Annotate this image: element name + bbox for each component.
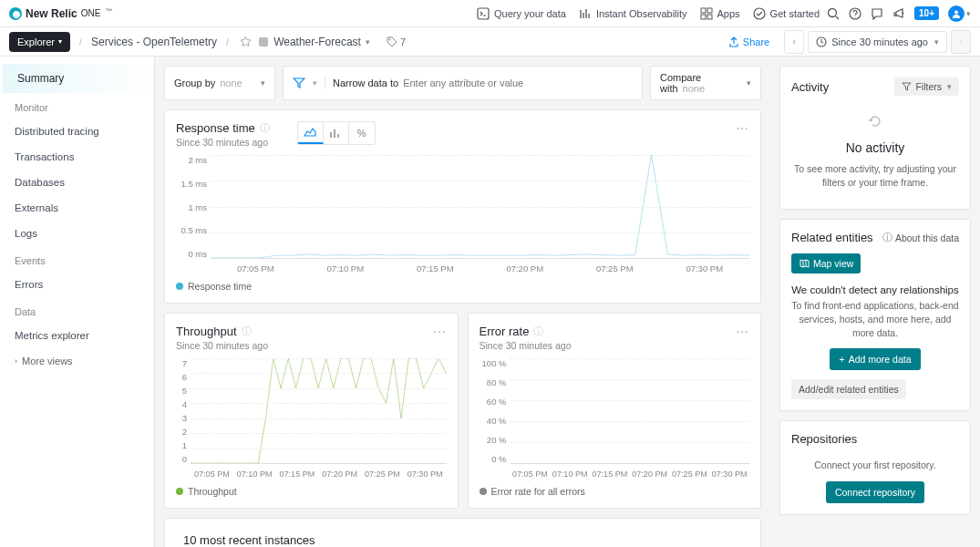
about-label: About this data (895, 232, 959, 243)
related-title: Related entities (791, 231, 873, 244)
chart-menu-icon[interactable]: ⋯ (433, 325, 447, 339)
star-icon[interactable] (240, 36, 252, 47)
sidebar-item-databases[interactable]: Databases (0, 170, 154, 195)
y-tick: 0 ms (176, 249, 207, 259)
activity-sub-text: To see more activity, try adjusting your… (791, 162, 959, 189)
brand-sub: ONE (81, 8, 101, 18)
query-icon (477, 7, 490, 20)
avatar-icon (948, 5, 965, 22)
tag-count-value: 7 (400, 36, 406, 47)
svg-rect-2 (707, 8, 712, 13)
bar-view-toggle[interactable] (324, 122, 349, 144)
group-by-select[interactable]: Group bynone ▾ (164, 66, 275, 100)
add-edit-entities-button[interactable]: Add/edit related entities (791, 379, 906, 399)
brand-name: New Relic (26, 7, 77, 20)
tag-count[interactable]: 7 (381, 35, 411, 49)
chevron-down-icon[interactable]: ▾ (313, 78, 317, 88)
chart-menu-icon[interactable]: ⋯ (736, 121, 749, 136)
sidebar-head-events: Events (0, 246, 154, 272)
search-icon[interactable] (827, 7, 840, 20)
share-button[interactable]: Share (728, 36, 769, 47)
more-views-toggle[interactable]: › More views (0, 348, 154, 374)
y-tick: 2 ms (176, 155, 207, 165)
related-sub-text: To find front-end applications, back-end… (791, 299, 959, 339)
breadcrumb-entity[interactable]: Weather-Forecast (273, 36, 361, 48)
breadcrumb-services[interactable]: Services - OpenTelemetry (91, 36, 217, 48)
time-picker-button[interactable]: Since 30 minutes ago ▾ (808, 31, 947, 53)
error-rate-chart[interactable]: 100 % 80 % 60 % 40 % 20 % 0 % 07:05 PM 0… (480, 358, 750, 477)
sidebar-item-metrics[interactable]: Metrics explorer (0, 323, 154, 348)
response-time-chart[interactable]: 2 ms 1.5 ms 1 ms 0.5 ms 0 ms 07:05 PM 07… (176, 155, 749, 272)
top-icons: 10+ ▾ (827, 5, 971, 22)
time-prev-button[interactable]: ‹ (784, 30, 804, 54)
info-icon[interactable]: ⓘ (260, 121, 270, 135)
newrelic-icon (9, 7, 22, 20)
no-activity-text: No activity (791, 140, 959, 155)
connect-repo-button[interactable]: Connect repository (826, 481, 924, 503)
throughput-chart[interactable]: 7 6 5 4 3 2 1 0 (176, 358, 447, 477)
sidebar-head-monitor: Monitor (0, 93, 154, 119)
chevron-down-icon: ▾ (934, 37, 939, 46)
info-icon[interactable]: ⓘ (242, 325, 252, 338)
chevron-down-icon: ▾ (261, 78, 265, 88)
user-menu[interactable]: ▾ (948, 5, 971, 22)
throughput-panel: Throughputⓘ Since 30 minutes ago ⋯ 7 6 5… (164, 313, 459, 509)
percent-view-toggle[interactable]: % (349, 122, 375, 144)
chevron-down-icon: ▾ (966, 9, 971, 18)
feedback-icon[interactable] (871, 7, 883, 20)
x-tick: 07:05 PM (237, 263, 274, 274)
apps-link[interactable]: Apps (700, 7, 740, 20)
y-tick: 6 (176, 372, 187, 382)
x-tick: 07:10 PM (237, 470, 273, 479)
y-tick: 40 % (480, 416, 507, 426)
query-label: Query your data (494, 8, 566, 19)
help-icon[interactable] (849, 7, 861, 20)
get-started-link[interactable]: Get started (753, 7, 820, 20)
sidebar-item-externals[interactable]: Externals (0, 195, 154, 221)
about-data-link[interactable]: ⓘ About this data (882, 232, 959, 244)
instant-obs-link[interactable]: Instant Observability (579, 7, 687, 20)
sidebar-item-errors[interactable]: Errors (0, 272, 154, 297)
announce-icon[interactable] (892, 7, 905, 20)
brand-logo[interactable]: New Relic ONE ™ (9, 7, 112, 20)
x-tick: 07:10 PM (552, 470, 588, 479)
chevron-down-icon[interactable]: ▾ (366, 37, 370, 46)
narrow-input[interactable] (403, 77, 633, 88)
svg-point-6 (829, 8, 837, 16)
legend-dot (480, 488, 487, 495)
filter-icon[interactable] (293, 77, 305, 88)
narrow-label: Narrow data to (333, 77, 398, 88)
narrow-filter: ▾ Narrow data to (283, 66, 643, 100)
x-tick: 07:20 PM (322, 470, 357, 479)
add-more-data-button[interactable]: + Add more data (830, 348, 920, 370)
x-tick: 07:05 PM (194, 470, 230, 479)
compare-select[interactable]: Compare withnone ▾ (650, 66, 761, 100)
breadcrumb-separator: / (79, 36, 82, 47)
filter-bar: Group bynone ▾ ▾ Narrow data to Compare … (164, 66, 761, 100)
sidebar-item-summary[interactable]: Summary (0, 64, 154, 93)
compare-value: none (683, 83, 705, 94)
explorer-label: Explorer (17, 36, 55, 47)
y-tick: 20 % (480, 435, 507, 445)
map-view-button[interactable]: Map view (791, 253, 861, 274)
time-next-button[interactable]: › (951, 30, 971, 54)
query-data-link[interactable]: Query your data (477, 7, 566, 20)
info-icon[interactable]: ⓘ (533, 325, 543, 338)
legend-label: Error rate for all errors (491, 486, 585, 497)
x-tick: 07:20 PM (506, 263, 543, 274)
sidebar-item-logs[interactable]: Logs (0, 221, 154, 246)
chart-menu-icon[interactable]: ⋯ (736, 325, 749, 339)
sidebar-item-tracing[interactable]: Distributed tracing (0, 119, 154, 144)
sidebar-item-transactions[interactable]: Transactions (0, 144, 154, 170)
activity-filters-button[interactable]: Filters ▾ (894, 77, 959, 96)
notification-badge[interactable]: 10+ (914, 6, 939, 20)
response-time-panel: Response timeⓘ Since 30 minutes ago % ⋯ … (164, 109, 761, 304)
chart-subtitle: Since 30 minutes ago (176, 137, 270, 148)
area-view-toggle[interactable] (298, 122, 324, 144)
legend: Response time (176, 281, 749, 292)
x-tick: 07:25 PM (365, 470, 400, 479)
check-circle-icon (753, 7, 766, 20)
get-started-label: Get started (770, 8, 820, 19)
y-tick: 60 % (480, 397, 507, 407)
explorer-button[interactable]: Explorer ▾ (9, 32, 70, 52)
